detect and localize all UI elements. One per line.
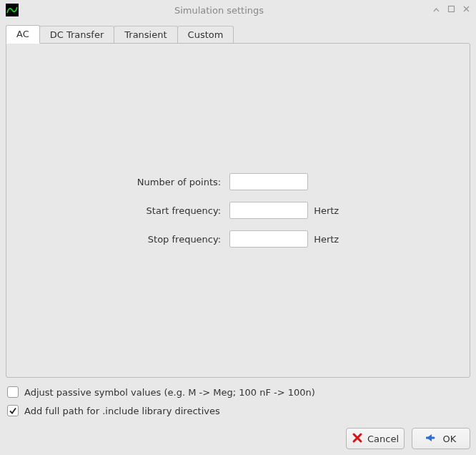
ac-form: Number of points: Start frequency: Hertz… <box>137 173 339 248</box>
tab-content-ac: Number of points: Start frequency: Hertz… <box>6 43 470 378</box>
simulation-settings-dialog: Simulation settings AC DC Transfer Trans… <box>0 0 476 455</box>
svg-rect-1 <box>449 6 455 12</box>
start-freq-label: Start frequency: <box>137 205 224 216</box>
window-title: Simulation settings <box>6 5 432 16</box>
tab-custom[interactable]: Custom <box>177 26 234 43</box>
close-icon[interactable] <box>462 5 470 15</box>
tab-label: Custom <box>188 29 224 40</box>
tab-ac[interactable]: AC <box>6 25 40 44</box>
tab-label: Transient <box>124 29 167 40</box>
cancel-icon <box>352 432 363 446</box>
tab-label: AC <box>16 29 29 39</box>
add-full-path-checkbox[interactable] <box>7 405 19 416</box>
num-points-label: Number of points: <box>137 177 224 187</box>
ok-button-label: OK <box>443 434 457 444</box>
ok-icon <box>426 433 439 445</box>
stop-freq-input[interactable] <box>229 230 308 248</box>
start-freq-input[interactable] <box>229 202 308 219</box>
tab-dc-transfer[interactable]: DC Transfer <box>39 26 115 43</box>
ok-button[interactable]: OK <box>412 428 470 449</box>
add-full-path-label: Add full path for .include library direc… <box>24 406 220 416</box>
options-section: Adjust passive symbol values (e.g. M -> … <box>6 378 470 425</box>
titlebar: Simulation settings <box>0 0 476 20</box>
start-freq-unit: Hertz <box>314 205 339 216</box>
adjust-passive-row: Adjust passive symbol values (e.g. M -> … <box>7 386 469 398</box>
tabstrip: AC DC Transfer Transient Custom <box>6 24 470 43</box>
tab-label: DC Transfer <box>50 29 104 40</box>
minimize-icon[interactable] <box>432 5 440 15</box>
num-points-input[interactable] <box>229 173 308 190</box>
dialog-content: AC DC Transfer Transient Custom Number o… <box>0 20 476 455</box>
maximize-icon[interactable] <box>447 5 455 15</box>
tab-transient[interactable]: Transient <box>114 26 177 43</box>
cancel-button-label: Cancel <box>367 434 399 444</box>
add-full-path-row: Add full path for .include library direc… <box>7 405 469 416</box>
stop-freq-label: Stop frequency: <box>137 234 224 245</box>
adjust-passive-checkbox[interactable] <box>7 386 19 398</box>
cancel-button[interactable]: Cancel <box>346 428 405 449</box>
stop-freq-unit: Hertz <box>314 234 339 245</box>
window-controls <box>432 5 470 15</box>
dialog-buttons: Cancel OK <box>6 425 470 449</box>
adjust-passive-label: Adjust passive symbol values (e.g. M -> … <box>24 387 315 398</box>
